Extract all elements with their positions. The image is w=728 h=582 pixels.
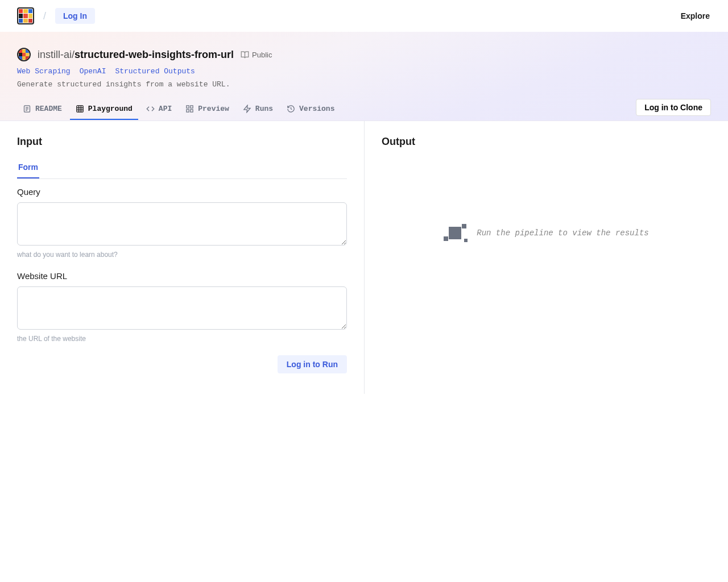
query-input[interactable] bbox=[17, 202, 347, 246]
website-url-label: Website URL bbox=[17, 271, 347, 281]
output-empty-state: Run the pipeline to view the results bbox=[382, 159, 711, 307]
owner-avatar[interactable] bbox=[17, 48, 31, 61]
tab-api[interactable]: API bbox=[140, 100, 177, 120]
top-nav: / Log In Explore bbox=[0, 0, 728, 32]
login-button[interactable]: Log In bbox=[55, 8, 95, 24]
tag-list: Web Scraping OpenAI Structured Outputs bbox=[17, 67, 711, 76]
brand-logo[interactable] bbox=[17, 7, 34, 24]
query-label: Query bbox=[17, 187, 347, 197]
run-button[interactable]: Log in to Run bbox=[278, 355, 347, 373]
owner-name[interactable]: instill-ai bbox=[38, 49, 72, 60]
input-column: Input Form Query what do you want to lea… bbox=[0, 121, 364, 394]
visibility-badge: Public bbox=[241, 51, 272, 59]
tag[interactable]: OpenAI bbox=[80, 67, 106, 76]
clone-button[interactable]: Log in to Clone bbox=[636, 99, 711, 116]
input-subtabs: Form bbox=[17, 159, 347, 179]
layout-icon bbox=[185, 105, 194, 113]
history-icon bbox=[287, 105, 295, 113]
subtab-form[interactable]: Form bbox=[17, 159, 39, 178]
svg-rect-3 bbox=[191, 105, 193, 107]
output-title: Output bbox=[382, 136, 711, 148]
tab-playground[interactable]: Playground bbox=[70, 100, 138, 120]
tag[interactable]: Structured Outputs bbox=[115, 67, 195, 76]
file-text-icon bbox=[23, 105, 31, 113]
tab-runs[interactable]: Runs bbox=[237, 100, 279, 120]
tab-bar: README Playground API Preview Runs Versi… bbox=[17, 99, 711, 120]
svg-rect-5 bbox=[191, 109, 193, 111]
output-column: Output Run the pipeline to view the resu… bbox=[364, 121, 728, 394]
breadcrumb-divider: / bbox=[43, 10, 46, 22]
pipeline-description: Generate structured insights from a webs… bbox=[17, 80, 711, 89]
query-helper: what do you want to learn about? bbox=[17, 251, 347, 259]
svg-rect-4 bbox=[187, 109, 189, 111]
pipeline-header: instill-ai/structured-web-insights-from-… bbox=[0, 32, 728, 121]
nav-explore-link[interactable]: Explore bbox=[681, 11, 714, 20]
grid-icon bbox=[76, 105, 84, 113]
zap-icon bbox=[243, 105, 251, 113]
website-url-input[interactable] bbox=[17, 286, 347, 330]
output-empty-message: Run the pipeline to view the results bbox=[477, 228, 648, 238]
svg-rect-1 bbox=[77, 105, 83, 111]
code-icon bbox=[146, 105, 155, 113]
pipeline-name[interactable]: structured-web-insights-from-url bbox=[75, 49, 234, 60]
input-title: Input bbox=[17, 136, 347, 148]
breadcrumb: instill-ai/structured-web-insights-from-… bbox=[38, 49, 234, 61]
tab-preview[interactable]: Preview bbox=[180, 100, 235, 120]
svg-rect-2 bbox=[187, 105, 189, 107]
tab-versions[interactable]: Versions bbox=[281, 100, 340, 120]
playground-body: Input Form Query what do you want to lea… bbox=[0, 121, 728, 394]
book-open-icon bbox=[241, 51, 249, 59]
tab-readme[interactable]: README bbox=[17, 100, 68, 120]
empty-state-icon bbox=[444, 222, 466, 244]
website-url-helper: the URL of the website bbox=[17, 335, 347, 343]
tag[interactable]: Web Scraping bbox=[17, 67, 71, 76]
